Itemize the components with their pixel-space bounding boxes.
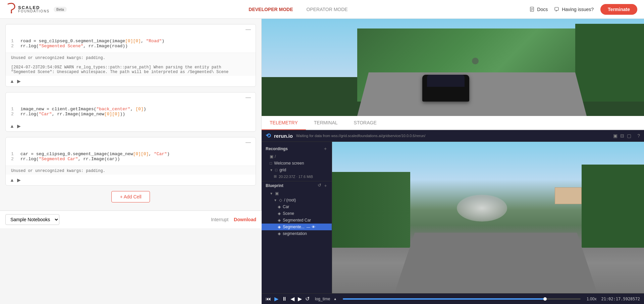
play-to-start-btn[interactable]: ⏮	[266, 296, 271, 302]
cell-2-code: 1 image_new = client.getImages("back_cen…	[6, 103, 256, 121]
cell-3-minimize[interactable]: —	[244, 139, 253, 146]
issues-link[interactable]: Having issues?	[554, 7, 594, 12]
blueprint-add[interactable]: ＋	[323, 183, 328, 189]
cell-2-run-btn[interactable]: ▶	[17, 123, 21, 129]
view-icon-3[interactable]: ▢	[627, 133, 631, 138]
visibility-icon[interactable]: 👁	[312, 225, 315, 229]
welcome-screen-label: Welcome screen	[274, 161, 304, 166]
question-icon[interactable]: ?	[637, 133, 640, 138]
cell-1-line-1: 1 road = seg_clipseg_0.segment_image(ima…	[11, 39, 250, 44]
rerun-view-controls: ▣ ⊟ ▢	[613, 133, 631, 138]
tree-welcome-screen[interactable]: □ Welcome screen	[262, 160, 332, 167]
distant-car	[472, 58, 479, 64]
collapse-arrow-2: ▼	[270, 192, 273, 195]
cell-3-topbar: —	[6, 137, 256, 147]
cell-3: — 1 car = seg_clipseg_0.segment_image(im…	[5, 137, 256, 186]
tree-segmentation[interactable]: ◈ segmentation	[262, 230, 332, 237]
rerun-header: ⟲ rerun.io Waiting for data from wss://g…	[262, 130, 644, 142]
view-controls-row: ▣ /	[262, 153, 332, 160]
rerun-body: Recordings ＋ ▣ / □ Welcome screen ▼	[262, 142, 644, 293]
cell-3-controls: ▲ ▶	[6, 175, 256, 185]
navbar: SCALED FOUNDATIONS Beta DEVELOPER MODE O…	[0, 0, 644, 19]
cell-1-run-btn[interactable]: ▶	[17, 78, 21, 84]
folder-icon: □	[270, 161, 272, 166]
prev-btn[interactable]: ◀	[290, 296, 294, 302]
cell-2-topbar: —	[6, 93, 256, 103]
rerun-sidebar: Recordings ＋ ▣ / □ Welcome screen ▼	[262, 142, 332, 293]
notebook-container: — 1 road = seg_clipseg_0.segment_image(i…	[0, 19, 262, 304]
footer-right: Interrupt Download	[211, 217, 256, 222]
docs-link[interactable]: Docs	[530, 7, 548, 12]
cell-2-line-1: 1 image_new = client.getImages("back_cen…	[11, 107, 250, 112]
play-btn[interactable]: ▶	[274, 296, 278, 302]
pause-btn[interactable]: ⏸	[282, 296, 287, 302]
tree-view-node[interactable]: ▼ ▣	[262, 190, 332, 197]
tree-root[interactable]: ▼ ◇ / (root)	[262, 197, 332, 203]
svg-rect-5	[555, 7, 558, 10]
timeline[interactable]	[343, 298, 581, 300]
notebook-footer: Sample Notebooks Interrupt Download	[0, 210, 262, 228]
view-icon-2[interactable]: ⊟	[620, 133, 624, 138]
operator-mode-link[interactable]: OPERATOR MODE	[307, 7, 348, 12]
timestamp-display: 21:02:17.5928572	[601, 297, 640, 301]
cell-3-line-1: 1 car = seg_clipseg_0.segment_image(imag…	[11, 151, 250, 157]
loop-btn[interactable]: ↺	[305, 296, 310, 302]
cell-3-run-btn[interactable]: ▶	[17, 177, 21, 183]
line-num: 2	[11, 112, 16, 117]
footer-left: Sample Notebooks	[5, 214, 59, 225]
playback-bar: ⏮ ▶ ⏸ ◀ ▶ ↺ log_time ▲ 1.00x 21:02:17.59…	[262, 293, 644, 304]
developer-mode-link[interactable]: DEVELOPER MODE	[249, 7, 293, 12]
segmentation-label: segmentation	[283, 231, 307, 236]
cell-1-minimize[interactable]: —	[244, 26, 253, 33]
download-button[interactable]: Download	[234, 217, 256, 222]
terminate-button[interactable]: Terminate	[600, 4, 637, 15]
tab-terminal[interactable]: TERMINAL	[306, 116, 346, 130]
cell-1: — 1 road = seg_clipseg_0.segment_image(i…	[5, 24, 256, 87]
tab-storage[interactable]: STORAGE	[346, 116, 385, 130]
cell-2-line-2: 2 rr.log("Car", rr.Image(image_new[0][0]…	[11, 112, 250, 117]
rerun-logo-icon: ⟲	[266, 132, 271, 139]
tree-car[interactable]: ◈ Car	[262, 203, 332, 210]
docs-icon	[530, 7, 535, 12]
cell-2-minimize[interactable]: —	[244, 94, 253, 101]
blueprint-reset[interactable]: ↺	[318, 183, 321, 189]
blueprint-header: Blueprint ↺ ＋	[262, 181, 332, 190]
logo-mark	[7, 3, 16, 16]
issues-icon	[554, 7, 560, 12]
tree-grid[interactable]: ▼ □ grid	[262, 167, 332, 173]
viewport-trees-left	[332, 172, 410, 248]
timeline-fill	[343, 298, 545, 300]
db-icon: ⊞	[274, 174, 277, 179]
diamond-icon: ◇	[279, 198, 282, 202]
scene-label: Scene	[283, 211, 294, 216]
tab-telemetry[interactable]: TELEMETRY	[262, 116, 306, 130]
code-content: road = seg_clipseg_0.segment_image(image…	[20, 39, 164, 44]
issues-label: Having issues?	[562, 7, 594, 12]
blueprint-label: Blueprint	[266, 183, 283, 188]
interrupt-button[interactable]: Interrupt	[211, 217, 228, 222]
cell-1-topbar: —	[6, 24, 256, 35]
recordings-add[interactable]: ＋	[323, 146, 328, 152]
cell-3-collapse-btn[interactable]: ▲	[10, 177, 14, 183]
view-node-icon: ▣	[275, 191, 279, 196]
cell-1-collapse-btn[interactable]: ▲	[10, 78, 14, 84]
add-cell-button[interactable]: + Add Cell	[111, 191, 150, 202]
tree-segmented-car[interactable]: ◈ Segmented Car	[262, 217, 332, 224]
view-icon-1[interactable]: ▣	[613, 133, 618, 138]
line-num: 2	[11, 44, 16, 49]
line-num: 1	[11, 151, 16, 157]
cell-3-output: Unused or unrecognized kwargs: padding.	[6, 166, 256, 175]
tree-scene[interactable]: ◈ Scene	[262, 210, 332, 217]
tree-segmented-scene[interactable]: ◈ Segmente... — 👁	[262, 224, 332, 230]
viewer-panel: TELEMETRY TERMINAL STORAGE ⟲ rerun.io Wa…	[262, 19, 644, 304]
next-btn[interactable]: ▶	[298, 296, 302, 302]
log-time-label: log_time	[315, 297, 330, 301]
navbar-left: SCALED FOUNDATIONS Beta	[7, 3, 67, 16]
line-num: 2	[11, 157, 16, 162]
cell-1-output: Unused or unrecognized kwargs: padding. …	[6, 53, 256, 76]
view-icon: ▣	[270, 154, 273, 159]
cell-2-collapse-btn[interactable]: ▲	[10, 123, 14, 129]
rerun-title: rerun.io	[274, 133, 293, 139]
eye-icon[interactable]: —	[307, 225, 310, 229]
notebook-selector[interactable]: Sample Notebooks	[5, 214, 59, 225]
